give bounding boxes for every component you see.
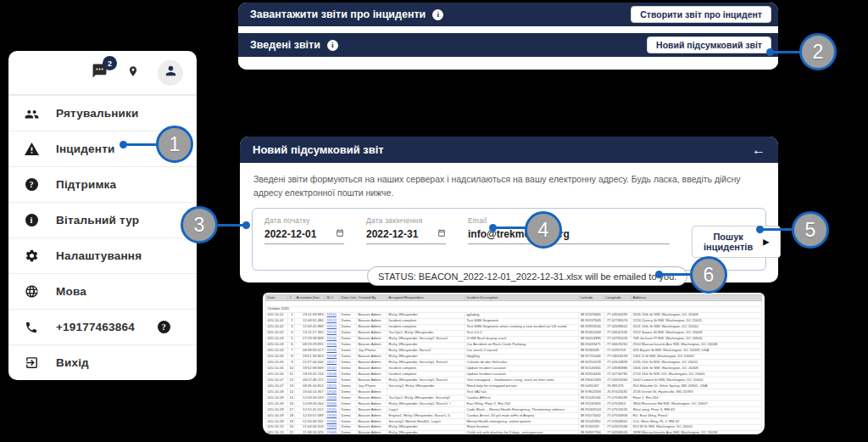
- table-cell: 19339: [326, 395, 340, 401]
- table-cell: 08:23:29.831: [295, 342, 326, 348]
- table-cell: 910 Malcolm Dr, Silver Spring, MD 20901,…: [632, 383, 762, 389]
- table-cell: Beacon Admin: [357, 336, 387, 342]
- table-cell: 13:11:27.355: [295, 330, 326, 336]
- gear-icon: [23, 249, 40, 263]
- table-cell: Test SMS Segments when creating a new in…: [465, 324, 579, 330]
- table-cell: 19248: [326, 372, 340, 378]
- table-cell: Demo: [340, 336, 357, 342]
- table-cell: 5: [288, 336, 295, 342]
- sidebar-item-welcome-tour[interactable]: i Вітальний тур: [8, 202, 197, 238]
- table-cell: 19126: [326, 330, 340, 336]
- table-cell: 020-10-05: [266, 360, 288, 366]
- table-cell: Security2, Ricky 1Responder: [387, 383, 465, 389]
- new-summary-report-button[interactable]: Новий підсумковий звіт: [647, 36, 771, 53]
- sidebar-item-support[interactable]: ? Підтримка: [8, 166, 197, 202]
- table-cell: hbgjlkkg: [465, 354, 579, 360]
- download-reports-title: Завантажити звіти про інциденти i: [250, 8, 443, 20]
- table-row: 020-10-091415:44:14.36719326DemoBeacon A…: [266, 389, 762, 395]
- incident-id-link: 19110: [327, 312, 337, 316]
- end-date-value[interactable]: 2022-12-31: [366, 228, 418, 240]
- table-cell: Demo: [340, 378, 357, 383]
- table-cell: 07:29:38.868: [295, 336, 326, 342]
- table-row: 020-10-02211:08:52.48619122DemoBeacon Ad…: [266, 318, 762, 324]
- create-incident-report-button[interactable]: Створити звіт про інцидент: [631, 6, 771, 23]
- download-reports-bar[interactable]: Завантажити звіти про інциденти i Створи…: [238, 3, 778, 26]
- table-cell: Ricky 1Responder: [387, 312, 465, 318]
- table-cell: Cardiac Arrest, 65 y/o male w/Hx of Angi…: [465, 413, 579, 419]
- phone-help-icon[interactable]: ?: [158, 321, 170, 333]
- table-cell: 020-10-07: [266, 383, 288, 389]
- sidebar-item-phone[interactable]: +19177463864 ?: [8, 309, 197, 344]
- table-cell: Demo: [340, 372, 357, 378]
- map-pin-button[interactable]: [127, 64, 139, 82]
- calendar-icon[interactable]: [336, 228, 344, 240]
- table-cell: Beacon Admin: [357, 419, 387, 425]
- table-cell: 18:32:58.849: [295, 366, 326, 372]
- back-arrow-icon[interactable]: ←: [752, 143, 765, 157]
- callout-5: 5: [792, 211, 829, 249]
- spreadsheet-column-header: Assigned Responders:: [387, 295, 465, 301]
- table-cell: 18: [288, 413, 295, 419]
- table-cell: -76.991375: [604, 383, 632, 389]
- panel-title: Новий підсумковий звіт: [253, 143, 384, 156]
- table-cell: Demo: [340, 383, 357, 389]
- table-cell: 19: [288, 419, 295, 425]
- spreadsheet-body: October 2020020-10-01123:11:59.89319110D…: [266, 300, 762, 434]
- incident-id-link: 19340: [327, 401, 337, 406]
- table-cell: 38.92933246: [579, 324, 604, 330]
- sidebar-item-language[interactable]: Мова: [8, 273, 197, 309]
- summary-reports-bar[interactable]: Зведені звіти i Новий підсумковий звіт: [238, 33, 778, 57]
- table-cell: Test VA2 fail: [465, 389, 579, 395]
- start-date-field[interactable]: Дата початку 2022-12-01: [264, 216, 344, 244]
- sidebar-item-responders[interactable]: Рятувальники: [8, 95, 197, 131]
- accordion-divider: [238, 26, 778, 33]
- info-icon[interactable]: i: [327, 40, 338, 51]
- callout-1: 1: [156, 126, 193, 163]
- spreadsheet-blank-row: [266, 300, 762, 306]
- end-date-field[interactable]: Дата закінчення 2022-12-31: [366, 216, 446, 244]
- table-cell: 38.93061493: [579, 378, 604, 383]
- table-cell: -77.0753354: [604, 401, 632, 407]
- table-cell: 08:35:16.802: [295, 383, 326, 389]
- table-cell: 1000 Lamont St NW, Washington, DC 20010: [632, 378, 762, 383]
- email-label: Email: [468, 216, 670, 225]
- table-row: 020-10-02413:11:27.35519126DemoBeacon Ad…: [266, 330, 762, 336]
- email-field[interactable]: Email info@trekmedics.org: [468, 216, 670, 244]
- table-cell: 020-10-02: [266, 324, 288, 330]
- sidebar-item-settings[interactable]: Налаштування: [8, 238, 197, 273]
- start-date-value[interactable]: 2022-12-01: [264, 228, 316, 240]
- table-cell: 19110: [326, 312, 340, 318]
- incident-id-link: 19248: [327, 372, 337, 376]
- callout-4: 4: [525, 211, 562, 249]
- calendar-icon[interactable]: [437, 228, 446, 240]
- profile-button[interactable]: [158, 60, 183, 86]
- sidebar-item-logout[interactable]: Вихід: [8, 344, 197, 380]
- messages-button[interactable]: 2: [91, 63, 108, 82]
- sidebar-item-label: +19177463864: [56, 321, 135, 333]
- table-cell: 020-10-06: [266, 366, 288, 372]
- table-cell: Test 4.0.2: [465, 330, 579, 336]
- table-cell: 020-10-03: [266, 348, 288, 354]
- table-cell: 020-10-03: [266, 342, 288, 348]
- table-cell: 18:33:32.234: [295, 372, 326, 378]
- table-cell: Demo: [340, 389, 357, 395]
- table-row: 020-10-03708:38:55.01719156DemoJay iPhon…: [266, 348, 762, 354]
- table-cell: 7: [288, 348, 295, 354]
- table-cell: Logs1: [387, 407, 465, 413]
- table-cell: 15: [288, 395, 295, 401]
- table-cell: 12:34:09.331: [295, 419, 326, 425]
- status-message: STATUS: BEACON_2022-12-01_2022-12-31.xls…: [367, 266, 687, 286]
- table-cell: 8: [288, 354, 295, 360]
- info-icon: i: [25, 214, 38, 227]
- table-cell: 13: [288, 383, 295, 389]
- table-cell: Beacon Admin: [357, 395, 387, 401]
- callout-dot: [489, 224, 497, 232]
- search-incidents-label: Пошук інцидентів: [704, 232, 753, 252]
- table-cell: Beacon Admin: [357, 354, 387, 360]
- table-cell: Beacon Admin: [357, 366, 387, 372]
- sidebar-menu: 2 Рятувальники Інциденти ? Підтримка i В…: [8, 51, 197, 380]
- table-row: 020-10-091712:10:41.01219341DemoBeacon A…: [266, 407, 762, 413]
- incident-id-link: 19344: [327, 419, 337, 423]
- info-icon[interactable]: i: [432, 9, 443, 20]
- table-cell: 38.91731446: [579, 354, 604, 360]
